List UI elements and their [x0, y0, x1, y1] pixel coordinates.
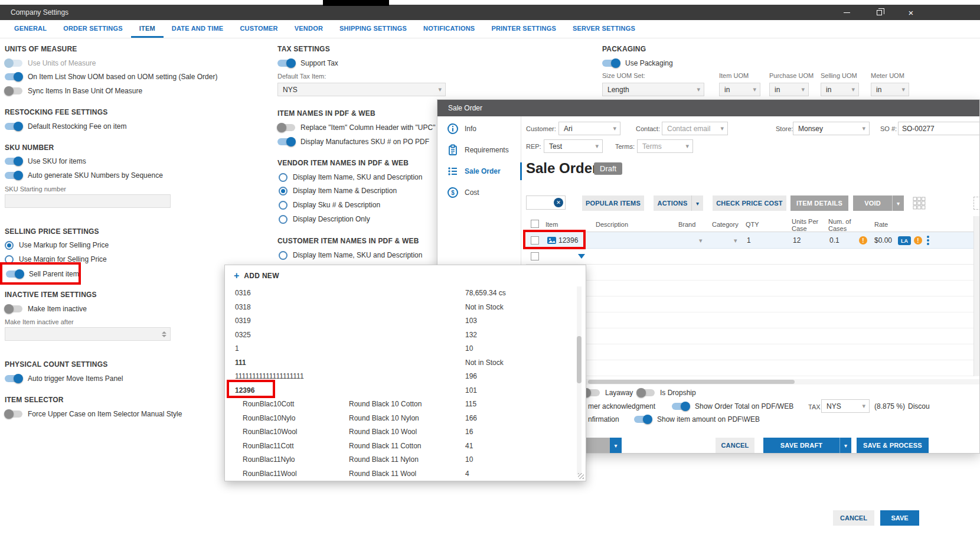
rep-dropdown[interactable]: Test: [544, 139, 603, 153]
table-vertical-scrollbar[interactable]: [974, 216, 980, 376]
replace-item-header-toggle[interactable]: [277, 124, 295, 131]
tab-customer[interactable]: CUSTOMER: [231, 20, 286, 38]
order-table-row[interactable]: [526, 344, 980, 360]
default-tax-item-dropdown[interactable]: NYS: [277, 83, 446, 96]
order-table-row[interactable]: [526, 312, 980, 328]
save-draft-button[interactable]: SAVE DRAFT: [763, 438, 839, 453]
order-table-row[interactable]: [526, 360, 980, 376]
default-restocking-fee-toggle[interactable]: [5, 123, 22, 130]
nav-item-cost[interactable]: $ Cost: [437, 182, 521, 203]
item-details-button[interactable]: ITEM DETAILS: [790, 195, 848, 211]
actions-button[interactable]: ACTIONS: [654, 195, 691, 211]
void-button[interactable]: VOID: [853, 195, 892, 211]
order-table-row[interactable]: [526, 328, 980, 344]
tab-printer-settings[interactable]: PRINTER SETTINGS: [483, 20, 564, 38]
tab-date-and-time[interactable]: DATE AND TIME: [164, 20, 232, 38]
use-units-of-measure-toggle[interactable]: [5, 60, 22, 67]
customer-dropdown[interactable]: Ari: [558, 122, 620, 135]
tax-dropdown[interactable]: NYS: [821, 399, 870, 413]
force-upper-case-toggle[interactable]: [5, 410, 22, 418]
order-table-row[interactable]: [526, 296, 980, 312]
nav-item-sale-order[interactable]: Sale Order: [437, 161, 521, 182]
list-item[interactable]: 11111111111111111111196: [225, 370, 574, 383]
show-uom-toggle[interactable]: [5, 73, 22, 80]
size-uom-dropdown[interactable]: Length: [602, 83, 704, 96]
list-item[interactable]: 110: [225, 342, 574, 356]
list-item[interactable]: 0325132: [225, 328, 574, 342]
tab-order-settings[interactable]: ORDER SETTINGS: [55, 20, 131, 38]
grid-config-icon[interactable]: [974, 197, 980, 210]
so-number-field[interactable]: SO-00277: [898, 122, 980, 135]
row-checkbox[interactable]: [531, 252, 539, 260]
list-item[interactable]: 111Not in Stock: [225, 356, 574, 370]
use-sku-toggle[interactable]: [5, 158, 22, 165]
order-table-row[interactable]: 12396 ▾ ▾ 1 12 0.1 $0.00 LA: [526, 232, 980, 249]
actions-dropdown-caret[interactable]: ▾: [691, 195, 703, 211]
popup-scrollbar[interactable]: [577, 286, 582, 475]
minimize-button[interactable]: [834, 5, 860, 20]
tab-item[interactable]: ITEM: [131, 20, 164, 38]
meter-uom-dropdown[interactable]: in: [871, 83, 909, 96]
select-all-checkbox[interactable]: [531, 220, 539, 228]
list-item[interactable]: RounBlac10CottRound Black 10 Cotton115: [225, 397, 574, 411]
dialog-cancel-button[interactable]: CANCEL: [716, 438, 754, 453]
list-item[interactable]: RounBlac11CottRound Black 11 Cotton41: [225, 439, 574, 453]
grid-layout-icon[interactable]: [913, 197, 926, 210]
check-price-cost-button[interactable]: CHECK PRICE COST: [713, 195, 786, 211]
settings-save-button[interactable]: SAVE: [880, 510, 919, 526]
clear-icon[interactable]: [554, 198, 563, 207]
vendor-desc-only-radio[interactable]: [279, 215, 288, 224]
purchase-uom-dropdown[interactable]: in: [769, 83, 809, 96]
popular-items-button[interactable]: POPULAR ITEMS: [582, 195, 644, 211]
tab-notifications[interactable]: NOTIFICATIONS: [415, 20, 483, 38]
sync-items-toggle[interactable]: [5, 87, 22, 94]
display-manufactures-sku-toggle[interactable]: [277, 138, 295, 145]
brand-dropdown-caret[interactable]: ▾: [699, 237, 703, 245]
selling-uom-dropdown[interactable]: in: [821, 83, 859, 96]
item-uom-dropdown[interactable]: in: [719, 83, 760, 96]
item-select-caret[interactable]: [578, 254, 585, 259]
make-inactive-after-input[interactable]: [5, 327, 171, 341]
settings-cancel-button[interactable]: CANCEL: [833, 510, 874, 526]
contact-dropdown[interactable]: Contact email: [662, 122, 728, 135]
spinner-control[interactable]: [161, 328, 168, 340]
maximize-button[interactable]: [866, 5, 892, 20]
list-item[interactable]: RounBlac11NyloRound Black 11 Nylon10: [225, 453, 574, 467]
nav-item-requirements[interactable]: Requirements: [437, 139, 521, 161]
make-item-inactive-toggle[interactable]: [5, 305, 22, 312]
show-order-total-toggle[interactable]: [672, 403, 690, 410]
order-table-row[interactable]: [526, 281, 980, 296]
store-dropdown[interactable]: Monsey: [793, 122, 870, 135]
use-packaging-toggle[interactable]: [602, 60, 620, 67]
support-tax-toggle[interactable]: [277, 60, 295, 67]
auto-generate-sku-toggle[interactable]: [5, 172, 22, 179]
vendor-name-sku-desc-radio[interactable]: [279, 173, 288, 182]
terms-dropdown[interactable]: Terms: [637, 139, 693, 153]
add-new-item-button[interactable]: ADD NEW: [225, 268, 279, 284]
hidden-button-caret[interactable]: ▾: [610, 438, 622, 453]
close-button[interactable]: ×: [898, 5, 924, 20]
table-horizontal-scrollbar[interactable]: [526, 379, 980, 384]
is-dropship-toggle[interactable]: [637, 389, 655, 396]
tab-general[interactable]: GENERAL: [6, 20, 55, 38]
sell-parent-item-toggle[interactable]: [6, 271, 24, 278]
auto-trigger-move-items-toggle[interactable]: [5, 375, 22, 382]
list-item[interactable]: 0319103: [225, 314, 574, 328]
order-table-row[interactable]: [526, 249, 980, 265]
list-item[interactable]: 12396101: [225, 384, 574, 397]
tab-server-settings[interactable]: SERVER SETTINGS: [564, 20, 643, 38]
category-dropdown-caret[interactable]: ▾: [734, 237, 737, 245]
row-checkbox[interactable]: [531, 236, 539, 245]
resize-handle[interactable]: [578, 473, 584, 479]
nav-item-info[interactable]: Info: [437, 118, 521, 139]
use-markup-radio[interactable]: [5, 241, 14, 250]
item-scan-input[interactable]: [526, 195, 566, 210]
row-menu-icon[interactable]: [927, 235, 929, 246]
save-draft-caret[interactable]: ▾: [839, 438, 851, 453]
show-item-amount-toggle[interactable]: [634, 416, 652, 423]
tab-vendor[interactable]: VENDOR: [286, 20, 331, 38]
void-dropdown-caret[interactable]: ▾: [892, 195, 904, 211]
list-item[interactable]: 0318Not in Stock: [225, 301, 574, 314]
list-item[interactable]: RounBlac10NyloRound Black 10 Nylon166: [225, 412, 574, 425]
list-item[interactable]: RounBlac10WoolRound Black 10 Wool16: [225, 425, 574, 439]
